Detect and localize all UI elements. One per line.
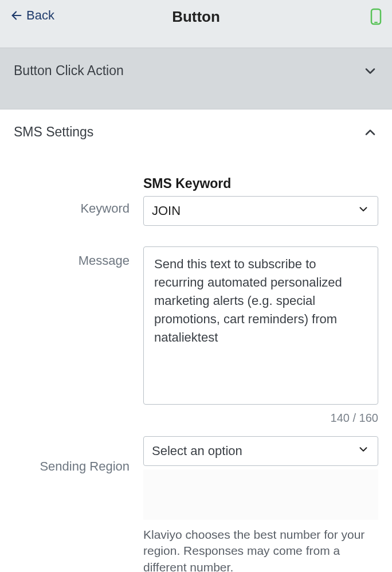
back-label: Back	[26, 8, 54, 23]
chevron-down-icon	[357, 443, 370, 459]
section-title: SMS Settings	[14, 124, 93, 140]
page-title: Button	[172, 8, 220, 26]
keyword-heading: SMS Keyword	[143, 176, 378, 191]
sending-region-preview	[143, 469, 378, 520]
sending-region-placeholder: Select an option	[152, 444, 242, 459]
keyword-label: Keyword	[14, 176, 143, 226]
arrow-left-icon	[10, 9, 23, 22]
chevron-up-icon	[362, 124, 378, 140]
chevron-down-icon	[357, 203, 370, 219]
chevron-down-icon	[362, 63, 378, 79]
field-sending-region: Sending Region Select an option Klaviyo …	[14, 436, 378, 572]
back-button[interactable]: Back	[10, 8, 54, 23]
field-keyword: Keyword SMS Keyword JOIN	[14, 176, 378, 226]
message-textarea[interactable]	[143, 246, 378, 405]
message-char-count: 140 / 160	[143, 412, 378, 425]
field-message: Message 140 / 160	[14, 246, 378, 425]
sending-region-label: Sending Region	[14, 436, 143, 572]
keyword-select[interactable]: JOIN	[143, 196, 378, 226]
sending-region-helper: Klaviyo chooses the best number for your…	[143, 527, 378, 572]
sms-settings-body: Keyword SMS Keyword JOIN Message 140 / 1…	[0, 176, 392, 572]
sending-region-select[interactable]: Select an option	[143, 436, 378, 466]
section-sms-settings[interactable]: SMS Settings	[0, 109, 392, 155]
section-title: Button Click Action	[14, 63, 124, 79]
section-button-click-action[interactable]: Button Click Action	[0, 48, 392, 109]
keyword-value: JOIN	[152, 203, 181, 218]
message-label: Message	[14, 246, 143, 425]
page-header: Back Button	[0, 0, 392, 48]
mobile-preview-button[interactable]	[370, 8, 382, 25]
